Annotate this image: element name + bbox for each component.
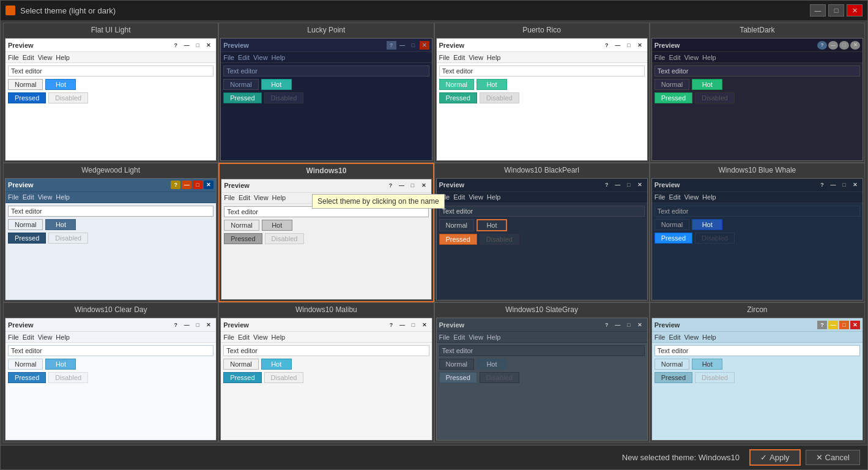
theme-cell-puerto-rico[interactable]: Puerto RicoPreview?—□✕FileEditViewHelpNo… [434,23,650,163]
menu-item-edit[interactable]: Edit [453,334,465,341]
menu-item-view[interactable]: View [469,54,483,61]
tb-icon-3[interactable]: ✕ [204,41,213,50]
menu-item-file[interactable]: File [223,54,234,61]
tb-icon-0[interactable]: ? [171,321,180,329]
tb-icon-1[interactable]: — [397,181,407,190]
menu-item-help[interactable]: Help [272,334,286,341]
tb-icon-3[interactable]: ✕ [204,321,213,329]
menu-item-file[interactable]: File [8,193,19,201]
preview-input-puerto-rico[interactable] [439,65,645,76]
tb-icon-1[interactable]: — [828,321,838,329]
tb-icon-2[interactable]: □ [193,321,202,329]
menu-item-file[interactable]: File [655,54,666,61]
menu-item-file[interactable]: File [655,334,666,341]
tb-icon-1[interactable]: — [182,181,191,189]
menu-item-help[interactable]: Help [487,54,501,61]
preview-btn-pressed-tablet-dark[interactable]: Pressed [655,92,692,103]
tb-icon-3[interactable]: ✕ [635,41,645,50]
menu-item-view[interactable]: View [38,334,53,341]
preview-btn-disabled-windows10-clear-day[interactable]: Disabled [48,372,88,383]
cancel-button[interactable]: ✕ Cancel [806,450,860,465]
preview-btn-normal-flat-ui-light[interactable]: Normal [8,79,43,90]
theme-cell-windows10[interactable]: Windows10Preview?—□✕FileEditViewHelpNorm… [218,163,434,303]
preview-btn-hot-flat-ui-light[interactable]: Hot [45,79,76,90]
menu-item-file[interactable]: File [223,334,234,341]
tb-icon-0[interactable]: ? [171,181,180,189]
menu-item-help[interactable]: Help [272,54,286,61]
tb-icon-0[interactable]: ? [602,181,612,189]
menu-item-help[interactable]: Help [702,193,716,201]
tb-icon-1[interactable]: — [182,321,191,329]
theme-cell-windows10-malibu[interactable]: Windows10 MalibuPreview?—□✕FileEditViewH… [218,302,434,442]
preview-btn-normal-wedgewood-light[interactable]: Normal [8,219,43,230]
menu-item-view[interactable]: View [38,193,53,201]
menu-item-view[interactable]: View [254,194,269,201]
preview-btn-hot-wedgewood-light[interactable]: Hot [45,219,76,230]
tb-icon-0[interactable]: ? [602,41,612,50]
tb-icon-1[interactable]: — [828,41,838,50]
preview-btn-hot-windows10[interactable]: Hot [262,220,292,231]
preview-btn-normal-zircon[interactable]: Normal [655,359,689,370]
preview-btn-normal-windows10-blue-whale[interactable]: Normal [655,219,689,230]
theme-cell-tablet-dark[interactable]: TabletDarkPreview?—□✕FileEditViewHelpNor… [650,23,865,163]
menu-item-view[interactable]: View [469,334,483,341]
preview-btn-hot-zircon[interactable]: Hot [692,359,722,370]
maximize-button[interactable]: □ [828,4,844,17]
preview-btn-hot-lucky-point[interactable]: Hot [261,79,292,90]
tb-icon-3[interactable]: ✕ [419,181,429,190]
menu-item-file[interactable]: File [655,193,666,201]
tb-icon-3[interactable]: ✕ [850,181,860,189]
preview-input-tablet-dark[interactable] [655,65,860,76]
tb-icon-2[interactable]: □ [193,181,202,189]
tb-icon-3[interactable]: ✕ [204,181,213,189]
preview-btn-disabled-puerto-rico[interactable]: Disabled [480,92,519,103]
preview-input-flat-ui-light[interactable] [8,65,213,76]
preview-btn-hot-windows10-blackpearl[interactable]: Hot [477,219,507,231]
preview-btn-pressed-windows10-malibu[interactable]: Pressed [223,372,261,383]
tb-icon-3[interactable]: ✕ [850,41,860,50]
preview-input-zircon[interactable] [655,345,860,356]
tb-icon-0[interactable]: ? [387,321,396,329]
tb-icon-0[interactable]: ? [817,181,827,189]
preview-btn-pressed-windows10-blue-whale[interactable]: Pressed [655,233,692,244]
preview-btn-disabled-windows10[interactable]: Disabled [265,233,305,244]
preview-btn-normal-puerto-rico[interactable]: Normal [439,79,474,90]
theme-cell-windows10-clear-day[interactable]: Windows10 Clear DayPreview?—□✕FileEditVi… [3,302,218,442]
theme-cell-windows10-blackpearl[interactable]: Windows10 BlackPearlPreview?—□✕FileEditV… [434,163,650,303]
preview-input-windows10-blue-whale[interactable] [655,206,860,217]
menu-item-edit[interactable]: Edit [23,193,34,201]
menu-item-file[interactable]: File [439,193,450,201]
menu-item-edit[interactable]: Edit [23,54,34,61]
theme-cell-flat-ui-light[interactable]: Flat UI LightPreview?—□✕FileEditViewHelp… [3,23,218,163]
preview-btn-disabled-wedgewood-light[interactable]: Disabled [48,233,88,244]
preview-btn-hot-windows10-malibu[interactable]: Hot [261,359,292,370]
menu-item-view[interactable]: View [253,54,268,61]
tb-icon-3[interactable]: ✕ [635,321,645,329]
preview-btn-disabled-flat-ui-light[interactable]: Disabled [48,92,88,103]
preview-input-windows10[interactable] [224,206,428,217]
preview-btn-hot-windows10-clear-day[interactable]: Hot [45,359,76,370]
menu-item-file[interactable]: File [8,334,19,341]
preview-input-windows10-clear-day[interactable] [8,345,213,356]
tb-icon-2[interactable]: □ [624,181,634,189]
menu-item-edit[interactable]: Edit [669,193,680,201]
tb-icon-1[interactable]: — [398,321,407,329]
preview-btn-disabled-windows10-blackpearl[interactable]: Disabled [480,234,519,245]
menu-item-help[interactable]: Help [487,334,501,341]
menu-item-view[interactable]: View [684,334,699,341]
preview-btn-pressed-windows10-slate-gray[interactable]: Pressed [439,372,477,383]
preview-btn-hot-tablet-dark[interactable]: Hot [692,79,722,90]
menu-item-help[interactable]: Help [56,334,70,341]
menu-item-view[interactable]: View [469,193,483,201]
tb-icon-3[interactable]: ✕ [420,41,429,50]
menu-item-view[interactable]: View [253,334,268,341]
menu-item-view[interactable]: View [684,54,699,61]
tb-icon-2[interactable]: □ [624,321,634,329]
menu-item-edit[interactable]: Edit [23,334,34,341]
tb-icon-1[interactable]: — [613,321,623,329]
preview-btn-pressed-wedgewood-light[interactable]: Pressed [8,233,46,244]
preview-btn-normal-windows10[interactable]: Normal [224,220,259,231]
theme-cell-lucky-point[interactable]: Lucky PointPreview?—□✕FileEditViewHelpNo… [218,23,434,163]
preview-input-wedgewood-light[interactable] [8,206,213,217]
tb-icon-0[interactable]: ? [817,41,827,50]
